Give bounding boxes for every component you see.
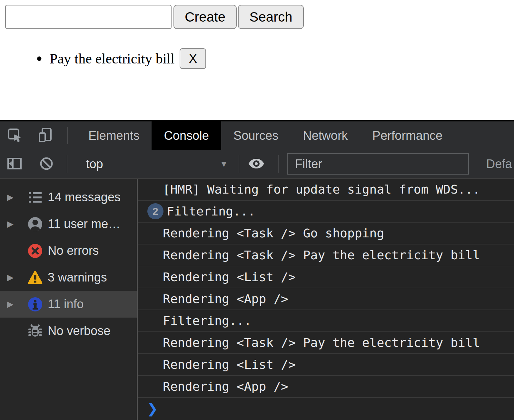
context-label: top	[86, 157, 103, 171]
create-button[interactable]: Create	[173, 5, 237, 29]
sidebar-item-label: No errors	[48, 244, 99, 258]
tab-label: Console	[164, 129, 209, 143]
expand-triangle-icon[interactable]	[7, 272, 19, 282]
circle-slash-icon	[39, 156, 54, 172]
clear-console-button[interactable]	[34, 156, 58, 172]
tab-network[interactable]: Network	[291, 121, 360, 150]
tab-sources[interactable]: Sources	[221, 121, 291, 150]
sidebar-item-user[interactable]: 11 user me…	[0, 211, 137, 237]
tab-label: Sources	[233, 129, 278, 143]
todo-app-page: Create Search • Pay the electricity bill…	[0, 0, 514, 120]
new-task-input[interactable]	[5, 5, 172, 29]
console-message-text: [HMR] Waiting for update signal from WDS…	[163, 182, 480, 196]
sidebar-item-label: 11 user me…	[48, 217, 120, 231]
sidebar-item-label: 11 info	[48, 297, 84, 311]
console-message-row: Rendering <App />	[138, 288, 514, 310]
chevron-down-icon: ▼	[220, 159, 228, 169]
device-toolbar-icon	[38, 128, 54, 144]
console-message-row: [HMR] Waiting for update signal from WDS…	[138, 179, 514, 201]
device-toolbar-button[interactable]	[33, 121, 59, 150]
expand-triangle-icon[interactable]	[7, 299, 19, 309]
sidebar-item-warning[interactable]: 3 warnings	[0, 264, 137, 291]
user-icon	[28, 217, 43, 232]
inspect-element-button[interactable]	[2, 121, 28, 150]
tab-label: Elements	[88, 129, 139, 143]
sidebar-item-messages[interactable]: 14 messages	[0, 184, 137, 211]
tab-label: Performance	[372, 129, 443, 143]
eye-icon	[248, 158, 265, 170]
console-filter-input[interactable]	[287, 153, 469, 175]
devtools-tabbar: ElementsConsoleSourcesNetworkPerformance	[0, 121, 514, 150]
sidebar-item-info[interactable]: 11 info	[0, 291, 137, 318]
tab-elements[interactable]: Elements	[76, 121, 152, 150]
expand-triangle-icon[interactable]	[7, 192, 19, 202]
console-message-text: Rendering <App />	[163, 292, 288, 306]
sidebar-item-bug[interactable]: No verbose	[0, 318, 137, 344]
info-icon	[28, 297, 43, 312]
console-toolbar: top ▼ Defa	[0, 150, 514, 179]
console-message-row: Rendering <App />	[138, 376, 514, 398]
console-message-text: Rendering <App />	[163, 379, 288, 394]
console-message-row: Rendering <Task /> Go shopping	[138, 223, 514, 244]
search-button[interactable]: Search	[238, 5, 304, 29]
console-prompt[interactable]: ❯	[138, 398, 514, 419]
inspect-cursor-icon	[7, 128, 23, 144]
console-message-row: Rendering <Task /> Pay the electricity b…	[138, 332, 514, 354]
toolbar-separator	[278, 155, 279, 173]
javascript-context-selector[interactable]: top ▼	[84, 157, 230, 171]
console-message-row: Rendering <List />	[138, 266, 514, 288]
hide-console-sidebar-button[interactable]	[3, 156, 26, 172]
task-list-item: • Pay the electricity bill X	[36, 47, 206, 70]
error-icon	[28, 243, 43, 258]
tab-label: Network	[303, 129, 348, 143]
console-message-text: Rendering <List />	[163, 270, 296, 284]
console-message-text: Rendering <Task /> Pay the electricity b…	[163, 248, 480, 262]
console-sidebar: 14 messages 11 user me… No errors 3 warn…	[0, 179, 138, 420]
live-expression-button[interactable]	[248, 158, 265, 170]
console-message-text: Rendering <Task /> Go shopping	[163, 226, 384, 240]
toolbar-separator	[67, 127, 68, 144]
console-message-row: Rendering <Task /> Pay the electricity b…	[138, 244, 514, 266]
console-content: 14 messages 11 user me… No errors 3 warn…	[0, 179, 514, 420]
sidebar-item-label: 14 messages	[48, 190, 121, 204]
tab-console[interactable]: Console	[152, 121, 221, 150]
sidebar-item-error[interactable]: No errors	[0, 237, 137, 264]
toolbar-separator	[67, 155, 67, 173]
expand-triangle-icon[interactable]	[7, 219, 19, 229]
console-message-text: Rendering <List />	[163, 358, 296, 372]
console-message-text: Filtering...	[167, 204, 255, 218]
warning-icon	[28, 270, 43, 285]
delete-task-button[interactable]: X	[180, 48, 206, 69]
devtools-tabs: ElementsConsoleSourcesNetworkPerformance	[76, 121, 455, 150]
task-list: • Pay the electricity bill X	[36, 47, 206, 70]
console-message-row: Filtering...	[138, 310, 514, 332]
sidebar-item-label: 3 warnings	[48, 271, 107, 284]
console-message-text: Rendering <Task /> Pay the electricity b…	[163, 336, 480, 350]
tab-performance[interactable]: Performance	[360, 121, 455, 150]
console-message-row: Rendering <List />	[138, 354, 514, 376]
log-levels-dropdown[interactable]: Defa	[484, 157, 514, 171]
panel-left-icon	[7, 156, 22, 172]
console-message-list: [HMR] Waiting for update signal from WDS…	[138, 179, 514, 420]
sidebar-item-label: No verbose	[48, 324, 110, 338]
bug-icon	[28, 324, 43, 339]
repeat-count-badge: 2	[147, 203, 163, 219]
prompt-chevron-icon: ❯	[147, 401, 158, 416]
task-text: Pay the electricity bill	[50, 51, 174, 67]
console-message-text: Filtering...	[163, 314, 252, 328]
devtools-panel: ElementsConsoleSourcesNetworkPerformance	[0, 120, 514, 420]
toolbar-separator	[239, 155, 239, 173]
console-message-row: 2 Filtering...	[138, 201, 514, 223]
messages-icon	[28, 190, 43, 205]
